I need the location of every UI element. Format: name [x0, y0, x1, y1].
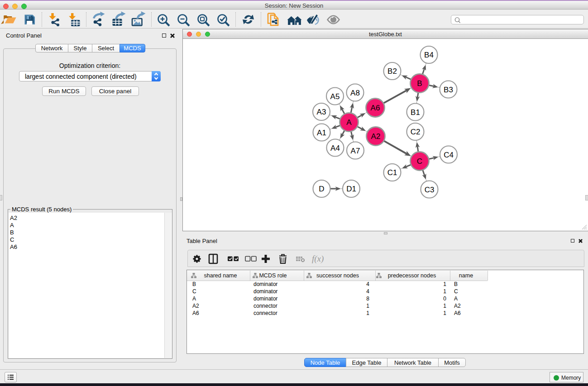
svg-text:1: 1	[443, 288, 446, 295]
svg-text:A: A	[192, 295, 196, 302]
svg-text:A2: A2	[192, 303, 199, 309]
svg-text:successor nodes: successor nodes	[316, 272, 359, 279]
svg-text:predecessor nodes: predecessor nodes	[388, 272, 436, 279]
svg-text:A2: A2	[454, 303, 461, 309]
svg-text:dominator: dominator	[253, 281, 277, 287]
svg-text:A6: A6	[371, 104, 380, 112]
svg-text:C: C	[192, 288, 196, 295]
svg-text:dominator: dominator	[253, 288, 277, 295]
svg-text:MCDS role: MCDS role	[259, 272, 287, 279]
svg-text:A2: A2	[371, 132, 381, 141]
svg-text:C: C	[454, 288, 458, 295]
svg-text:A6: A6	[454, 310, 461, 316]
svg-text:A8: A8	[350, 89, 360, 97]
svg-text:D1: D1	[346, 185, 356, 193]
svg-text:B4: B4	[424, 51, 434, 59]
svg-text:C: C	[417, 157, 422, 166]
svg-text:1: 1	[443, 303, 446, 309]
svg-text:A5: A5	[330, 92, 340, 101]
svg-text:connector: connector	[253, 303, 277, 309]
svg-text:A4: A4	[330, 144, 340, 152]
svg-text:1: 1	[443, 281, 446, 287]
svg-text:C1: C1	[387, 168, 397, 177]
svg-text:shared name: shared name	[204, 272, 237, 279]
svg-text:connector: connector	[253, 310, 277, 316]
svg-text:name: name	[459, 272, 473, 279]
svg-text:C2: C2	[411, 128, 421, 136]
svg-text:B1: B1	[411, 108, 420, 117]
svg-text:A: A	[454, 295, 458, 302]
svg-text:C3: C3	[425, 186, 435, 194]
svg-text:A: A	[346, 118, 352, 127]
svg-text:B: B	[454, 281, 458, 287]
svg-text:B3: B3	[444, 86, 453, 94]
svg-text:A7: A7	[351, 147, 360, 155]
svg-text:0: 0	[443, 295, 446, 302]
svg-text:A6: A6	[192, 310, 199, 316]
svg-text:B: B	[417, 79, 422, 88]
svg-text:4: 4	[366, 281, 369, 287]
svg-text:D: D	[319, 185, 324, 193]
svg-text:f(x): f(x)	[312, 254, 324, 264]
svg-text:B2: B2	[387, 67, 397, 76]
svg-text:A1: A1	[317, 129, 326, 137]
svg-text:A3: A3	[317, 108, 326, 116]
svg-text:C4: C4	[444, 151, 454, 159]
svg-text:8: 8	[366, 295, 369, 302]
svg-text:B: B	[192, 281, 196, 287]
svg-text:dominator: dominator	[253, 295, 277, 302]
svg-text:1: 1	[443, 310, 446, 316]
svg-text:4: 4	[366, 288, 369, 295]
svg-text:1: 1	[366, 310, 369, 316]
svg-text:1: 1	[366, 303, 369, 309]
